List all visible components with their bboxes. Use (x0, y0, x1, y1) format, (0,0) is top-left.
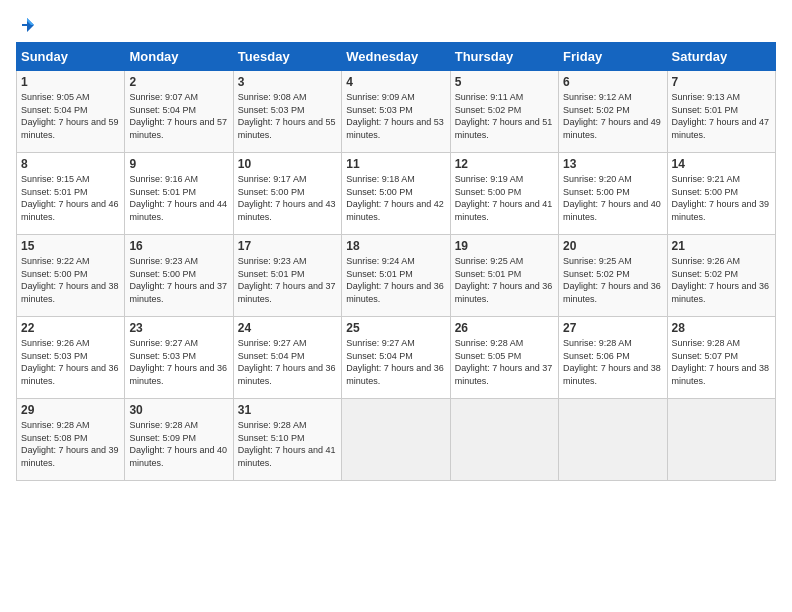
day-number: 17 (238, 239, 337, 253)
day-cell: 24Sunrise: 9:27 AMSunset: 5:04 PMDayligh… (233, 317, 341, 399)
week-row-1: 1Sunrise: 9:05 AMSunset: 5:04 PMDaylight… (17, 71, 776, 153)
day-cell: 1Sunrise: 9:05 AMSunset: 5:04 PMDaylight… (17, 71, 125, 153)
day-info: Sunrise: 9:25 AMSunset: 5:02 PMDaylight:… (563, 256, 661, 304)
day-cell: 5Sunrise: 9:11 AMSunset: 5:02 PMDaylight… (450, 71, 558, 153)
day-number: 31 (238, 403, 337, 417)
weekday-header-sunday: Sunday (17, 43, 125, 71)
day-number: 10 (238, 157, 337, 171)
day-number: 30 (129, 403, 228, 417)
day-cell: 21Sunrise: 9:26 AMSunset: 5:02 PMDayligh… (667, 235, 775, 317)
day-cell (450, 399, 558, 481)
day-number: 2 (129, 75, 228, 89)
day-info: Sunrise: 9:11 AMSunset: 5:02 PMDaylight:… (455, 92, 553, 140)
day-info: Sunrise: 9:18 AMSunset: 5:00 PMDaylight:… (346, 174, 444, 222)
day-info: Sunrise: 9:07 AMSunset: 5:04 PMDaylight:… (129, 92, 227, 140)
logo (16, 16, 36, 30)
day-number: 19 (455, 239, 554, 253)
day-number: 8 (21, 157, 120, 171)
day-number: 6 (563, 75, 662, 89)
day-cell: 30Sunrise: 9:28 AMSunset: 5:09 PMDayligh… (125, 399, 233, 481)
day-number: 12 (455, 157, 554, 171)
day-number: 24 (238, 321, 337, 335)
day-cell: 12Sunrise: 9:19 AMSunset: 5:00 PMDayligh… (450, 153, 558, 235)
day-cell: 11Sunrise: 9:18 AMSunset: 5:00 PMDayligh… (342, 153, 450, 235)
weekday-header-saturday: Saturday (667, 43, 775, 71)
day-info: Sunrise: 9:27 AMSunset: 5:04 PMDaylight:… (346, 338, 444, 386)
day-cell (667, 399, 775, 481)
day-cell: 2Sunrise: 9:07 AMSunset: 5:04 PMDaylight… (125, 71, 233, 153)
day-cell (559, 399, 667, 481)
day-number: 7 (672, 75, 771, 89)
day-info: Sunrise: 9:28 AMSunset: 5:07 PMDaylight:… (672, 338, 770, 386)
day-info: Sunrise: 9:21 AMSunset: 5:00 PMDaylight:… (672, 174, 770, 222)
day-info: Sunrise: 9:28 AMSunset: 5:10 PMDaylight:… (238, 420, 336, 468)
day-number: 23 (129, 321, 228, 335)
day-cell: 17Sunrise: 9:23 AMSunset: 5:01 PMDayligh… (233, 235, 341, 317)
day-info: Sunrise: 9:13 AMSunset: 5:01 PMDaylight:… (672, 92, 770, 140)
day-cell: 25Sunrise: 9:27 AMSunset: 5:04 PMDayligh… (342, 317, 450, 399)
day-number: 18 (346, 239, 445, 253)
day-info: Sunrise: 9:23 AMSunset: 5:00 PMDaylight:… (129, 256, 227, 304)
day-number: 15 (21, 239, 120, 253)
day-cell: 6Sunrise: 9:12 AMSunset: 5:02 PMDaylight… (559, 71, 667, 153)
day-cell: 29Sunrise: 9:28 AMSunset: 5:08 PMDayligh… (17, 399, 125, 481)
day-cell: 22Sunrise: 9:26 AMSunset: 5:03 PMDayligh… (17, 317, 125, 399)
day-info: Sunrise: 9:27 AMSunset: 5:03 PMDaylight:… (129, 338, 227, 386)
day-number: 5 (455, 75, 554, 89)
day-info: Sunrise: 9:26 AMSunset: 5:02 PMDaylight:… (672, 256, 770, 304)
day-info: Sunrise: 9:09 AMSunset: 5:03 PMDaylight:… (346, 92, 444, 140)
logo-icon (18, 16, 36, 34)
day-info: Sunrise: 9:12 AMSunset: 5:02 PMDaylight:… (563, 92, 661, 140)
day-number: 9 (129, 157, 228, 171)
day-cell: 7Sunrise: 9:13 AMSunset: 5:01 PMDaylight… (667, 71, 775, 153)
day-info: Sunrise: 9:28 AMSunset: 5:06 PMDaylight:… (563, 338, 661, 386)
day-info: Sunrise: 9:24 AMSunset: 5:01 PMDaylight:… (346, 256, 444, 304)
day-number: 25 (346, 321, 445, 335)
weekday-header-tuesday: Tuesday (233, 43, 341, 71)
day-number: 3 (238, 75, 337, 89)
day-cell: 9Sunrise: 9:16 AMSunset: 5:01 PMDaylight… (125, 153, 233, 235)
weekday-header-wednesday: Wednesday (342, 43, 450, 71)
day-info: Sunrise: 9:27 AMSunset: 5:04 PMDaylight:… (238, 338, 336, 386)
logo-text (16, 16, 36, 34)
day-cell: 16Sunrise: 9:23 AMSunset: 5:00 PMDayligh… (125, 235, 233, 317)
day-number: 22 (21, 321, 120, 335)
day-cell: 20Sunrise: 9:25 AMSunset: 5:02 PMDayligh… (559, 235, 667, 317)
weekday-header-thursday: Thursday (450, 43, 558, 71)
day-info: Sunrise: 9:26 AMSunset: 5:03 PMDaylight:… (21, 338, 119, 386)
day-cell: 4Sunrise: 9:09 AMSunset: 5:03 PMDaylight… (342, 71, 450, 153)
header-row: SundayMondayTuesdayWednesdayThursdayFrid… (17, 43, 776, 71)
day-number: 28 (672, 321, 771, 335)
day-info: Sunrise: 9:28 AMSunset: 5:08 PMDaylight:… (21, 420, 119, 468)
day-number: 16 (129, 239, 228, 253)
calendar-table: SundayMondayTuesdayWednesdayThursdayFrid… (16, 42, 776, 481)
day-cell: 23Sunrise: 9:27 AMSunset: 5:03 PMDayligh… (125, 317, 233, 399)
day-number: 26 (455, 321, 554, 335)
day-info: Sunrise: 9:28 AMSunset: 5:05 PMDaylight:… (455, 338, 553, 386)
day-cell: 19Sunrise: 9:25 AMSunset: 5:01 PMDayligh… (450, 235, 558, 317)
day-number: 14 (672, 157, 771, 171)
week-row-4: 22Sunrise: 9:26 AMSunset: 5:03 PMDayligh… (17, 317, 776, 399)
day-cell: 27Sunrise: 9:28 AMSunset: 5:06 PMDayligh… (559, 317, 667, 399)
day-cell: 26Sunrise: 9:28 AMSunset: 5:05 PMDayligh… (450, 317, 558, 399)
day-cell: 13Sunrise: 9:20 AMSunset: 5:00 PMDayligh… (559, 153, 667, 235)
week-row-2: 8Sunrise: 9:15 AMSunset: 5:01 PMDaylight… (17, 153, 776, 235)
day-info: Sunrise: 9:16 AMSunset: 5:01 PMDaylight:… (129, 174, 227, 222)
day-cell (342, 399, 450, 481)
day-number: 4 (346, 75, 445, 89)
day-info: Sunrise: 9:15 AMSunset: 5:01 PMDaylight:… (21, 174, 119, 222)
day-number: 27 (563, 321, 662, 335)
day-info: Sunrise: 9:22 AMSunset: 5:00 PMDaylight:… (21, 256, 119, 304)
day-info: Sunrise: 9:05 AMSunset: 5:04 PMDaylight:… (21, 92, 119, 140)
main-container: SundayMondayTuesdayWednesdayThursdayFrid… (0, 0, 792, 489)
day-cell: 10Sunrise: 9:17 AMSunset: 5:00 PMDayligh… (233, 153, 341, 235)
day-info: Sunrise: 9:25 AMSunset: 5:01 PMDaylight:… (455, 256, 553, 304)
day-number: 13 (563, 157, 662, 171)
day-number: 1 (21, 75, 120, 89)
weekday-header-friday: Friday (559, 43, 667, 71)
day-cell: 31Sunrise: 9:28 AMSunset: 5:10 PMDayligh… (233, 399, 341, 481)
day-cell: 18Sunrise: 9:24 AMSunset: 5:01 PMDayligh… (342, 235, 450, 317)
day-number: 20 (563, 239, 662, 253)
day-info: Sunrise: 9:23 AMSunset: 5:01 PMDaylight:… (238, 256, 336, 304)
week-row-3: 15Sunrise: 9:22 AMSunset: 5:00 PMDayligh… (17, 235, 776, 317)
